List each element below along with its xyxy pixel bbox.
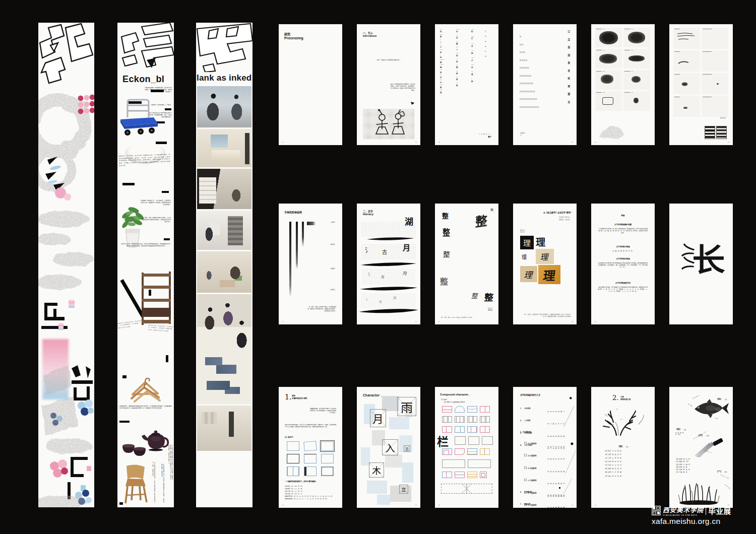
radical-line: 【王】玉石：珠、班、珍、琢 xyxy=(604,461,621,463)
page1-title-cn: 研究 xyxy=(284,33,303,36)
li-grid: 理 理 理 理 理 理 xyxy=(520,236,570,291)
kou-repeat: 口口口 xyxy=(520,51,526,53)
kou-repeat: 口口口口口 xyxy=(520,67,529,69)
t-basic: 点、横、竖、撇、捺、提、折、钩。 xyxy=(591,250,655,252)
kou-row: 口口口口口口口口口口 古 xyxy=(520,101,570,104)
page9-para: 本义：整齐、有序。从攴(pū)从束从正，使之整齐也，正亦声。 xyxy=(441,317,474,318)
kou-repeat: 口 xyxy=(520,36,522,38)
page-zheng-calligraphy: 整 整 整 整 整 整. 整 整 字体写法 本义：整齐、有序。从攴(pū)从束从… xyxy=(435,204,498,324)
diagram-row-6 xyxy=(442,459,491,468)
pinyin-entry: zhàn 占 xyxy=(471,57,474,61)
structure-subitem: 左下包围结构 如：建、连、毯、尴、超、翅 xyxy=(524,462,569,473)
rubbing-grid xyxy=(595,28,650,111)
fou-line: 缶、瓷瓶。 xyxy=(675,434,686,435)
t-variant: 基本笔画会在不同位置上或不同笔画组合间发生规则变化了的笔画。变形笔画的变形规则主… xyxy=(598,262,648,269)
kou-char: 㗊 xyxy=(568,92,570,95)
pinyin-entry: bǐ 比 xyxy=(440,54,444,58)
h-basic: 汉字结构基本笔画 xyxy=(591,246,655,248)
kou-repeat: 口口口口口口口口 xyxy=(520,91,535,93)
page-literacy: 二、识字 literacy 湖 氵 古 月 氵 古 月 氵 古 月 xyxy=(357,204,420,324)
tiny-char: 晶 xyxy=(485,40,486,42)
pinyin-entry: bìng 并 xyxy=(471,43,474,47)
zheng-seal: 整 xyxy=(443,226,450,238)
structure-item: 1 . 左右结构 如：仍、伙、仙、伴、明、沙 xyxy=(520,402,569,413)
pink-dot-grid xyxy=(78,95,94,114)
rubbing-cell xyxy=(623,28,650,47)
photo-denim-group xyxy=(197,294,251,404)
photo-sculpture-stack xyxy=(197,211,251,250)
kou-char: 哭 xyxy=(568,85,570,88)
radical-line: 【瓦】陶器：瓶、小瓷 xyxy=(675,461,690,463)
ink-smudge xyxy=(307,222,316,225)
pinyin-entry: sēn 森 xyxy=(456,41,459,45)
tiny-char: 林 xyxy=(485,55,486,57)
wood-shelf xyxy=(139,271,174,327)
page-compound: Compound character . (2) 合体字： 两个或两个以上偏旁部… xyxy=(435,387,498,508)
kou-row: 口口口 品 xyxy=(520,46,570,49)
page14-title: Character . xyxy=(363,393,382,397)
page13-para-r: 部首都是偏旁，是合并两个或两个以上的基本构成单位。在汉字的偏旁中，将其关系的偏旁… xyxy=(309,408,336,414)
platform-cart xyxy=(118,97,160,139)
pinyin-entry: hóng 烘 xyxy=(440,84,444,88)
jiao-label2: 兽角 xyxy=(626,446,628,447)
page-pinyin-table: chū 出 duō 多 èr 二 gè 个 cóng 从 bǐ 比 shuāng… xyxy=(435,24,498,145)
big-number-1: 1. xyxy=(285,393,291,401)
plant-para-3: 它的 形 态 多样，木质的温润贴近生活，空气在不同的缝隙里流动，承载着器物与时间… xyxy=(120,243,172,247)
kou-row: 口口口口口口口口 哭 xyxy=(520,85,570,88)
exhibition-url: xafa.meishu.org.cn xyxy=(652,517,740,526)
radical-line: 【土】土地：尘、堡、坝、垒 xyxy=(604,457,621,459)
pinyin-col-1: chū 出 duō 多 èr 二 gè 个 cóng 从 bǐ 比 shuāng… xyxy=(440,29,444,94)
kou-char: 嵒 xyxy=(568,69,570,72)
page9-caption: 字体写法 xyxy=(488,308,492,310)
li-kai-large: 理 xyxy=(536,235,545,248)
kou-row: 口口口口口口 嵒 xyxy=(520,70,570,73)
deconstructed-glyph: 八 八 长 xyxy=(681,235,724,280)
fragment2-yue: 月 xyxy=(393,295,397,301)
single-char-diagrams xyxy=(287,441,334,476)
page10-label: 阴阳心法 xyxy=(520,230,525,232)
wood-chair xyxy=(119,464,152,505)
pinyin-col-3: zhuó 灼 máng 芒 bìng 并 mèn 闷 zhàn 占 zhān 沾… xyxy=(471,29,474,85)
page-radicals-pictorial: 【鱼】 鱼类 如：鲤、鲫、鲈 鲜、成鱼 渔 · 鲨 【缶】 瓦器 如：缸、罐、缽… xyxy=(669,387,733,508)
gradient-cylinders xyxy=(58,300,75,330)
page-form-structure: 字体的形体结构 汉字层 – 部件层 – 笔画层 – 笔形层 – 字、部件、笔画、… xyxy=(279,204,342,324)
kou-repeat: 口口口口口口口 xyxy=(520,83,533,85)
page-rubbings-dark xyxy=(591,24,655,145)
char-box-li: 立 xyxy=(399,485,408,494)
example-line: 基本字形，如——日、月、中。 xyxy=(285,486,337,488)
kou-char: 口 xyxy=(568,30,570,33)
zheng-bold-cursive: 整 xyxy=(484,290,494,303)
rubbing-cell xyxy=(623,70,650,90)
rubbing-cell xyxy=(673,96,700,117)
rubbing-cell xyxy=(623,49,650,69)
tea-bowls xyxy=(120,441,147,459)
li-cursive-orange: 理 xyxy=(542,266,557,284)
kou-row: 口口口口口口口 吃 xyxy=(520,77,570,80)
fragment-shui: 氵 xyxy=(367,271,372,277)
pinyin-entry: chàng 昌 xyxy=(440,64,444,68)
outline-glyph xyxy=(40,24,93,83)
ink-bar-2 xyxy=(296,222,298,269)
radical-line: 【皿】器皿：盆、盂、盘 xyxy=(675,458,690,460)
structure-items-b: 6 . 全包围结构 如：囚、团、因、园、圆、回 7 . 镶嵌结构 如：坐、爽、夹… xyxy=(520,486,569,508)
glyph-fragment-1 xyxy=(41,303,68,329)
page-strokes: 笔画 汉字结构笔画确定依据 《印刷通用汉字字形表》和《现代汉语通用字表》所规定的… xyxy=(591,204,655,324)
photo-room-detail xyxy=(197,406,251,451)
ink-bar-1 xyxy=(289,222,291,297)
pinyin-entry: shuāng 双 xyxy=(440,59,444,63)
example-line: 灵活多变，如——凹、凸、心。 xyxy=(285,493,337,495)
li-seal-white: 理 xyxy=(523,237,531,248)
swoosh-3 xyxy=(360,286,417,291)
pinyin-entry: yán 炎 xyxy=(440,69,444,73)
ink-bar-3 xyxy=(302,222,304,247)
pinyin-entry: bèi 呗 xyxy=(456,64,459,69)
kou-char: 古 xyxy=(568,100,570,103)
glyph-part-right: 长 xyxy=(692,235,725,280)
charcoal-mounds xyxy=(38,211,94,290)
pinyin-entry: yǒu 有 xyxy=(456,82,459,86)
page4-caption2: “口” xyxy=(520,135,525,136)
h-basis: 汉字结构笔画确定依据 xyxy=(591,224,655,226)
fragment-gu: 古 xyxy=(381,274,385,280)
h-variant: 汉字结构变形笔画 xyxy=(591,258,655,260)
pinyin-entry: sì 四 xyxy=(471,78,474,82)
